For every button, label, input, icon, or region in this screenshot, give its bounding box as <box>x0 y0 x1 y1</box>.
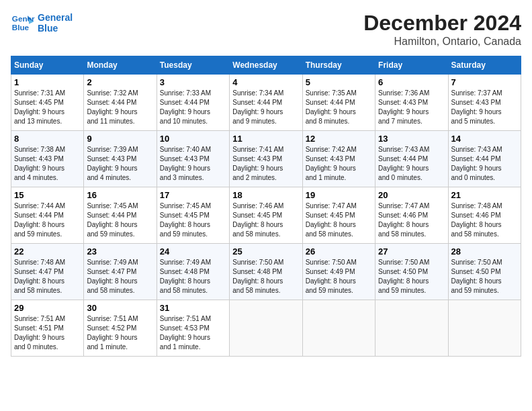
day-number: 6 <box>378 77 445 87</box>
calendar-cell: 19Sunrise: 7:47 AMSunset: 4:45 PMDayligh… <box>302 187 375 244</box>
calendar-cell: 26Sunrise: 7:50 AMSunset: 4:49 PMDayligh… <box>302 244 375 300</box>
logo-icon: General Blue <box>11 11 35 35</box>
day-info: Sunrise: 7:51 AMSunset: 4:51 PMDaylight:… <box>14 314 81 352</box>
day-number: 14 <box>451 134 518 144</box>
day-number: 25 <box>232 246 299 257</box>
day-info: Sunrise: 7:50 AMSunset: 4:48 PMDaylight:… <box>232 258 299 295</box>
day-info: Sunrise: 7:47 AMSunset: 4:45 PMDaylight:… <box>306 201 372 239</box>
calendar-cell <box>230 300 302 357</box>
day-number: 27 <box>378 246 445 257</box>
day-info: Sunrise: 7:33 AMSunset: 4:44 PMDaylight:… <box>160 89 226 126</box>
dow-header-monday: Monday <box>84 56 157 75</box>
calendar-cell: 25Sunrise: 7:50 AMSunset: 4:48 PMDayligh… <box>230 244 302 300</box>
day-number: 3 <box>160 77 226 87</box>
day-info: Sunrise: 7:49 AMSunset: 4:48 PMDaylight:… <box>160 258 226 295</box>
day-number: 24 <box>160 246 226 257</box>
calendar-cell: 18Sunrise: 7:46 AMSunset: 4:45 PMDayligh… <box>230 187 302 244</box>
week-row-4: 22Sunrise: 7:48 AMSunset: 4:47 PMDayligh… <box>11 244 521 300</box>
day-number: 10 <box>160 134 226 144</box>
calendar-cell: 23Sunrise: 7:49 AMSunset: 4:47 PMDayligh… <box>84 244 157 300</box>
day-number: 17 <box>160 190 226 200</box>
dow-header-tuesday: Tuesday <box>157 56 229 75</box>
day-info: Sunrise: 7:44 AMSunset: 4:44 PMDaylight:… <box>14 201 81 239</box>
logo: General Blue GeneralBlue <box>11 11 73 35</box>
calendar-cell: 20Sunrise: 7:47 AMSunset: 4:46 PMDayligh… <box>375 187 448 244</box>
day-info: Sunrise: 7:49 AMSunset: 4:47 PMDaylight:… <box>87 258 153 295</box>
day-number: 21 <box>451 190 518 200</box>
week-row-3: 15Sunrise: 7:44 AMSunset: 4:44 PMDayligh… <box>11 187 521 244</box>
calendar-cell: 12Sunrise: 7:42 AMSunset: 4:43 PMDayligh… <box>302 131 375 187</box>
calendar-cell: 28Sunrise: 7:50 AMSunset: 4:50 PMDayligh… <box>448 244 521 300</box>
day-number: 4 <box>232 77 299 87</box>
calendar-cell: 17Sunrise: 7:45 AMSunset: 4:45 PMDayligh… <box>157 187 229 244</box>
calendar-cell: 1Sunrise: 7:31 AMSunset: 4:45 PMDaylight… <box>11 75 84 131</box>
day-info: Sunrise: 7:38 AMSunset: 4:43 PMDaylight:… <box>14 145 81 183</box>
day-info: Sunrise: 7:45 AMSunset: 4:45 PMDaylight:… <box>160 201 226 239</box>
calendar-cell <box>375 300 448 357</box>
calendar-cell: 7Sunrise: 7:37 AMSunset: 4:43 PMDaylight… <box>448 75 521 131</box>
calendar-cell: 2Sunrise: 7:32 AMSunset: 4:44 PMDaylight… <box>84 75 157 131</box>
svg-text:Blue: Blue <box>12 23 30 32</box>
calendar-cell: 11Sunrise: 7:41 AMSunset: 4:43 PMDayligh… <box>230 131 302 187</box>
day-info: Sunrise: 7:36 AMSunset: 4:43 PMDaylight:… <box>378 89 445 126</box>
day-number: 7 <box>451 77 518 87</box>
day-number: 19 <box>306 190 372 200</box>
day-info: Sunrise: 7:47 AMSunset: 4:46 PMDaylight:… <box>378 201 445 239</box>
day-info: Sunrise: 7:51 AMSunset: 4:52 PMDaylight:… <box>87 314 153 352</box>
day-number: 16 <box>87 190 153 200</box>
logo-text: GeneralBlue <box>38 12 73 34</box>
day-info: Sunrise: 7:50 AMSunset: 4:50 PMDaylight:… <box>451 258 518 295</box>
day-number: 22 <box>14 246 81 257</box>
dow-header-wednesday: Wednesday <box>230 56 302 75</box>
week-row-2: 8Sunrise: 7:38 AMSunset: 4:43 PMDaylight… <box>11 131 521 187</box>
day-info: Sunrise: 7:43 AMSunset: 4:44 PMDaylight:… <box>378 145 445 183</box>
day-info: Sunrise: 7:32 AMSunset: 4:44 PMDaylight:… <box>87 89 153 126</box>
week-row-1: 1Sunrise: 7:31 AMSunset: 4:45 PMDaylight… <box>11 75 521 131</box>
day-number: 9 <box>87 134 153 144</box>
page-header: General Blue GeneralBlue December 2024 H… <box>11 11 521 48</box>
day-info: Sunrise: 7:48 AMSunset: 4:46 PMDaylight:… <box>451 201 518 239</box>
day-info: Sunrise: 7:43 AMSunset: 4:44 PMDaylight:… <box>451 145 518 183</box>
day-info: Sunrise: 7:35 AMSunset: 4:44 PMDaylight:… <box>306 89 372 126</box>
calendar-cell: 16Sunrise: 7:45 AMSunset: 4:44 PMDayligh… <box>84 187 157 244</box>
calendar-cell: 27Sunrise: 7:50 AMSunset: 4:50 PMDayligh… <box>375 244 448 300</box>
day-number: 20 <box>378 190 445 200</box>
calendar-cell: 14Sunrise: 7:43 AMSunset: 4:44 PMDayligh… <box>448 131 521 187</box>
day-info: Sunrise: 7:31 AMSunset: 4:45 PMDaylight:… <box>14 89 81 126</box>
calendar-cell: 10Sunrise: 7:40 AMSunset: 4:43 PMDayligh… <box>157 131 229 187</box>
calendar-cell: 24Sunrise: 7:49 AMSunset: 4:48 PMDayligh… <box>157 244 229 300</box>
day-info: Sunrise: 7:51 AMSunset: 4:53 PMDaylight:… <box>160 314 226 352</box>
day-number: 2 <box>87 77 153 87</box>
day-number: 30 <box>87 303 153 313</box>
day-info: Sunrise: 7:50 AMSunset: 4:49 PMDaylight:… <box>306 258 372 295</box>
day-number: 5 <box>306 77 372 87</box>
calendar-cell: 9Sunrise: 7:39 AMSunset: 4:43 PMDaylight… <box>84 131 157 187</box>
day-info: Sunrise: 7:40 AMSunset: 4:43 PMDaylight:… <box>160 145 226 183</box>
calendar-cell: 5Sunrise: 7:35 AMSunset: 4:44 PMDaylight… <box>302 75 375 131</box>
day-info: Sunrise: 7:39 AMSunset: 4:43 PMDaylight:… <box>87 145 153 183</box>
calendar-cell: 3Sunrise: 7:33 AMSunset: 4:44 PMDaylight… <box>157 75 229 131</box>
day-number: 18 <box>232 190 299 200</box>
calendar-cell: 15Sunrise: 7:44 AMSunset: 4:44 PMDayligh… <box>11 187 84 244</box>
dow-header-sunday: Sunday <box>11 56 84 75</box>
day-number: 15 <box>14 190 81 200</box>
calendar-cell: 31Sunrise: 7:51 AMSunset: 4:53 PMDayligh… <box>157 300 229 357</box>
day-number: 31 <box>160 303 226 313</box>
day-info: Sunrise: 7:37 AMSunset: 4:43 PMDaylight:… <box>451 89 518 126</box>
days-of-week-row: SundayMondayTuesdayWednesdayThursdayFrid… <box>11 56 521 75</box>
calendar-cell: 8Sunrise: 7:38 AMSunset: 4:43 PMDaylight… <box>11 131 84 187</box>
dow-header-thursday: Thursday <box>302 56 375 75</box>
calendar-subtitle: Hamilton, Ontario, Canada <box>363 36 521 48</box>
day-number: 12 <box>306 134 372 144</box>
calendar-cell: 29Sunrise: 7:51 AMSunset: 4:51 PMDayligh… <box>11 300 84 357</box>
calendar-cell <box>448 300 521 357</box>
calendar-cell: 22Sunrise: 7:48 AMSunset: 4:47 PMDayligh… <box>11 244 84 300</box>
day-number: 23 <box>87 246 153 257</box>
calendar-cell: 6Sunrise: 7:36 AMSunset: 4:43 PMDaylight… <box>375 75 448 131</box>
dow-header-friday: Friday <box>375 56 448 75</box>
calendar-cell <box>302 300 375 357</box>
day-number: 26 <box>306 246 372 257</box>
day-info: Sunrise: 7:48 AMSunset: 4:47 PMDaylight:… <box>14 258 81 295</box>
calendar-cell: 13Sunrise: 7:43 AMSunset: 4:44 PMDayligh… <box>375 131 448 187</box>
day-info: Sunrise: 7:42 AMSunset: 4:43 PMDaylight:… <box>306 145 372 183</box>
